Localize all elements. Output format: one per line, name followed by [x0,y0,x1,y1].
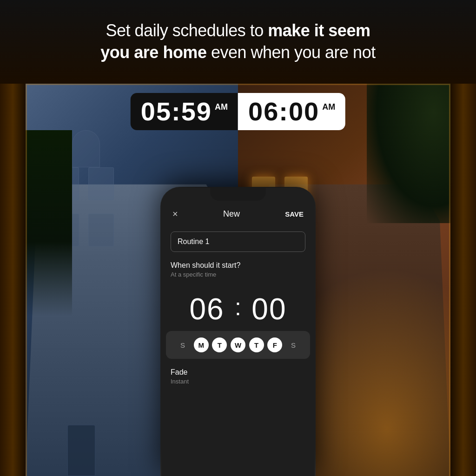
fade-section: Fade Instant [161,359,315,390]
clock-time-before: 05:59 [141,99,212,125]
day-selector[interactable]: SMTWTFS [166,331,310,359]
header-text: Set daily schedules to make it seem you … [100,20,375,64]
arch-window-left [72,130,100,167]
day-T-4[interactable]: T [249,337,264,352]
phone-title: New [223,209,240,219]
clock-before: 05:59 AM [131,93,238,130]
window-left-4 [88,214,114,246]
header-area: Set daily schedules to make it seem you … [0,0,476,84]
tree-right [367,84,450,223]
tree-left [26,130,72,316]
fade-title: Fade [171,368,305,377]
window-left-2 [88,167,114,200]
time-picker[interactable]: 06 : 00 [161,283,315,331]
day-F-5[interactable]: F [267,337,282,352]
day-S-6[interactable]: S [286,337,301,352]
main-image-area: 05:59 AM 06:00 AM × New SAVE When should… [26,84,450,476]
when-subtitle: At a specific time [171,271,305,278]
day-M-1[interactable]: M [194,337,209,352]
save-button[interactable]: SAVE [285,210,304,218]
phone-notch [210,188,266,201]
time-minute[interactable]: 00 [246,292,292,326]
routine-name-field-wrap [171,231,305,252]
day-S-0[interactable]: S [175,337,190,352]
phone-header: × New SAVE [161,204,315,227]
close-button[interactable]: × [172,209,178,219]
fade-subtitle: Instant [171,378,305,385]
clock-display: 05:59 AM 06:00 AM [131,93,345,130]
routine-name-input[interactable] [171,231,305,252]
phone-screen: × New SAVE When should it start? At a sp… [161,188,315,476]
door-left [67,425,95,476]
clock-after: 06:00 AM [238,93,345,130]
day-T-2[interactable]: T [212,337,227,352]
day-W-3[interactable]: W [231,337,245,352]
clock-time-after: 06:00 [248,99,319,125]
when-section: When should it start? At a specific time [161,252,315,283]
when-title: When should it start? [171,261,305,270]
clock-ampm-before: AM [215,102,228,112]
time-hour[interactable]: 06 [184,292,230,326]
clock-ampm-after: AM [322,102,335,112]
phone-mockup: × New SAVE When should it start? At a sp… [161,188,315,476]
time-separator: : [235,294,241,321]
